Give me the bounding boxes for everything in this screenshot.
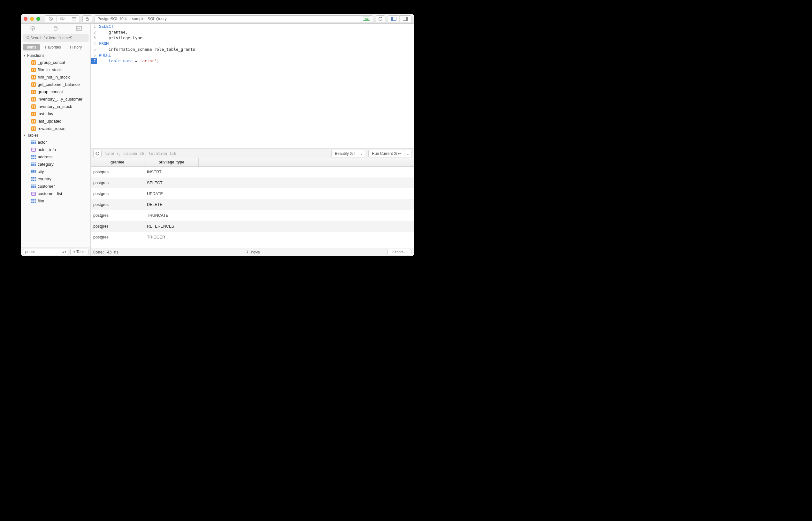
sidebar-toggle-group: [388, 15, 412, 22]
sidebar-item-table[interactable]: address: [21, 153, 90, 161]
cell-privilege[interactable]: TRIGGER: [145, 235, 199, 240]
sql-editor[interactable]: 1234567 SELECT grantee, privilege_typeFR…: [91, 24, 414, 149]
sidebar-item-table[interactable]: actor_info: [21, 146, 90, 153]
code-area[interactable]: SELECT grantee, privilege_typeFROM infor…: [97, 24, 414, 149]
eye-icon[interactable]: [57, 15, 68, 22]
plug-icon[interactable]: [28, 25, 37, 32]
svg-rect-32: [31, 164, 36, 165]
zoom-window[interactable]: [37, 17, 40, 21]
group-label: Tables: [27, 133, 39, 138]
group-functions[interactable]: ▼ Functions: [21, 52, 90, 59]
function-icon: {}: [31, 90, 36, 94]
svg-rect-43: [31, 180, 36, 181]
beautify-button[interactable]: Beautify ⌘I ⌄: [331, 150, 365, 157]
sidebar-item-function[interactable]: {}last_day: [21, 110, 90, 117]
table-icon: [31, 140, 36, 144]
sql-icon[interactable]: SQL: [74, 25, 83, 32]
sidebar-item-table[interactable]: film: [21, 197, 90, 205]
right-panel-toggle-icon[interactable]: [400, 15, 411, 22]
tab-items[interactable]: Items: [23, 44, 40, 50]
sidebar-item-function[interactable]: {}film_in_stock: [21, 66, 90, 73]
item-label: address: [38, 155, 52, 159]
svg-rect-41: [31, 177, 36, 178]
status-bar: Done: 43 ms 7 rows Export…: [91, 248, 414, 256]
close-window[interactable]: [24, 17, 27, 21]
col-header-grantee[interactable]: grantee: [91, 158, 145, 166]
minimize-window[interactable]: [30, 17, 34, 21]
item-label: inventory_in_stock: [38, 104, 72, 109]
table-row[interactable]: postgresUPDATE: [91, 188, 414, 199]
list-icon[interactable]: [68, 15, 80, 22]
tab-favorites[interactable]: Favorites: [41, 44, 65, 50]
svg-rect-56: [31, 201, 36, 201]
cell-grantee[interactable]: postgres: [91, 170, 145, 174]
cell-privilege[interactable]: DELETE: [145, 202, 199, 207]
item-label: film: [38, 199, 44, 203]
table-row[interactable]: postgresTRIGGER: [91, 232, 414, 243]
cursor-info: line 7, column 26, location 116: [105, 151, 176, 156]
svg-point-12: [54, 26, 57, 28]
grid-body[interactable]: postgresINSERTpostgresSELECTpostgresUPDA…: [91, 167, 414, 248]
item-label: city: [38, 169, 44, 174]
function-icon: {}: [31, 119, 36, 123]
sidebar-item-function[interactable]: {}film_not_in_stock: [21, 73, 90, 81]
refresh-icon[interactable]: [376, 15, 385, 22]
cell-privilege[interactable]: UPDATE: [145, 191, 199, 196]
cell-grantee[interactable]: postgres: [91, 213, 145, 218]
svg-line-68: [98, 152, 99, 153]
export-button[interactable]: Export…: [388, 249, 412, 255]
cell-grantee[interactable]: postgres: [91, 181, 145, 185]
connection-title[interactable]: PostgreSQL 10.4 : : sample : SQL Query l…: [94, 15, 373, 22]
svg-rect-26: [31, 155, 36, 156]
svg-rect-19: [31, 143, 36, 144]
item-label: last_updated: [38, 119, 61, 123]
sidebar-tree[interactable]: ▼ Functions {}_group_concat{}film_in_sto…: [21, 52, 90, 247]
table-row[interactable]: postgresINSERT: [91, 167, 414, 178]
group-tables[interactable]: ▼ Tables: [21, 132, 90, 139]
sidebar-item-table[interactable]: category: [21, 161, 90, 168]
cell-privilege[interactable]: INSERT: [145, 170, 199, 174]
run-button[interactable]: Run Current ⌘↩ ⌄: [368, 150, 412, 157]
sidebar-item-function[interactable]: {}group_concat: [21, 88, 90, 95]
sidebar-item-table[interactable]: customer_list: [21, 190, 90, 197]
function-icon: {}: [31, 82, 36, 87]
view-icon: [31, 148, 36, 152]
chevron-down-icon[interactable]: ⌄: [404, 150, 411, 157]
cell-privilege[interactable]: SELECT: [145, 181, 199, 185]
search-input[interactable]: [23, 35, 88, 42]
sidebar-item-function[interactable]: {}last_updated: [21, 117, 90, 125]
cell-grantee[interactable]: postgres: [91, 235, 145, 240]
table-row[interactable]: postgresREFERENCES: [91, 221, 414, 232]
item-label: actor: [38, 140, 47, 144]
col-header-privilege[interactable]: privilege_type: [145, 158, 199, 166]
database-icon[interactable]: [51, 25, 60, 32]
sidebar-item-table[interactable]: country: [21, 175, 90, 183]
sidebar-item-table[interactable]: city: [21, 168, 90, 175]
cell-grantee[interactable]: postgres: [91, 224, 145, 229]
cell-privilege[interactable]: REFERENCES: [145, 224, 199, 229]
cell-grantee[interactable]: postgres: [91, 202, 145, 207]
svg-rect-48: [31, 187, 36, 188]
sidebar-item-function[interactable]: {}inventory_…y_customer: [21, 95, 90, 103]
sidebar-item-function[interactable]: {}inventory_in_stock: [21, 103, 90, 110]
chevron-down-icon[interactable]: ⌄: [358, 150, 365, 157]
function-icon: {}: [31, 112, 36, 116]
table-row[interactable]: postgresDELETE: [91, 199, 414, 210]
sidebar-item-table[interactable]: customer: [21, 183, 90, 190]
table-row[interactable]: postgresSELECT: [91, 178, 414, 188]
table-row[interactable]: postgresTRUNCATE: [91, 210, 414, 221]
sidebar-item-function[interactable]: {}_group_concat: [21, 59, 90, 66]
left-panel-toggle-icon[interactable]: [388, 15, 400, 22]
cell-privilege[interactable]: TRUNCATE: [145, 213, 199, 218]
sidebar-item-function[interactable]: {}rewards_report: [21, 125, 90, 132]
gear-icon[interactable]: [93, 150, 102, 157]
tab-history[interactable]: History: [66, 44, 86, 50]
stop-icon[interactable]: [45, 15, 57, 22]
schema-select[interactable]: public ▲▼: [23, 249, 68, 255]
cell-grantee[interactable]: postgres: [91, 191, 145, 196]
sidebar-item-function[interactable]: {}get_customer_balance: [21, 81, 90, 88]
svg-rect-52: [32, 192, 35, 193]
add-table-button[interactable]: + Table: [70, 249, 88, 255]
sidebar-item-table[interactable]: actor: [21, 139, 90, 146]
lock-icon[interactable]: [82, 15, 92, 22]
